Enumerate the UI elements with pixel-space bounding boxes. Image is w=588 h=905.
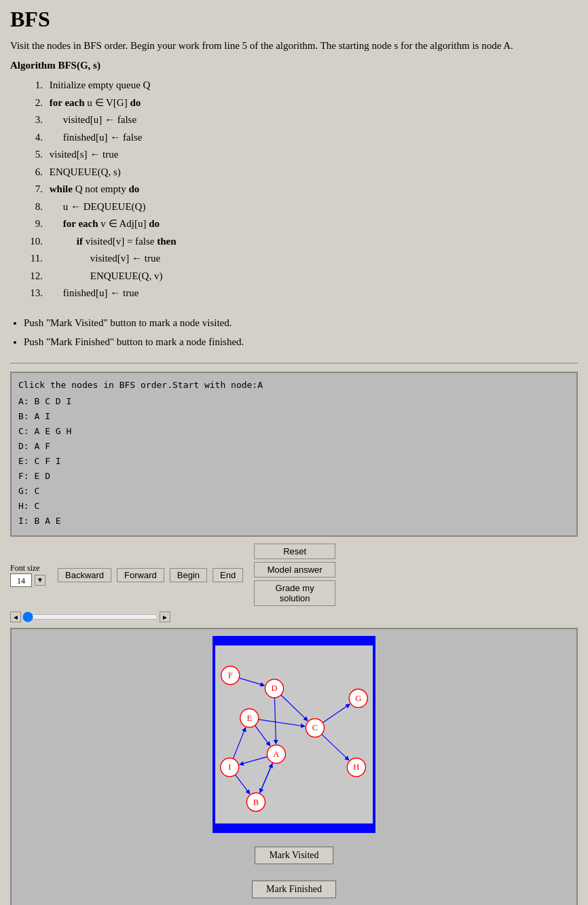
- mark-visited-button[interactable]: Mark Visited: [255, 847, 333, 864]
- svg-line-1: [239, 678, 264, 686]
- algo-line-8: 8. u ← DEQUEUE(Q): [24, 198, 578, 216]
- svg-line-8: [240, 757, 268, 764]
- graph-container[interactable]: FDGECAIHB: [213, 636, 375, 833]
- svg-line-5: [255, 726, 270, 746]
- model-answer-button[interactable]: Model answer: [254, 562, 335, 578]
- mark-finished-button[interactable]: Mark Finished: [252, 881, 336, 898]
- bullets-list: Push "Mark Visited" button to mark a nod…: [10, 313, 578, 352]
- graph-svg: FDGECAIHB: [215, 639, 373, 830]
- svg-line-11: [233, 728, 245, 760]
- grade-button[interactable]: Grade my solution: [254, 580, 335, 606]
- action-buttons: Reset Model answer Grade my solution: [254, 544, 335, 606]
- algo-line-2: 2. for each u ∈ V[G] do: [24, 94, 578, 112]
- page-title: BFS: [10, 7, 578, 32]
- reset-button[interactable]: Reset: [254, 544, 335, 559]
- intro-text: Visit the nodes in BFS order. Begin your…: [10, 40, 578, 52]
- svg-text:A: A: [273, 749, 279, 759]
- svg-line-2: [274, 698, 276, 744]
- svg-text:H: H: [353, 763, 359, 773]
- algo-title: Algorithm BFS(G, s): [10, 60, 578, 71]
- bullet-1: Push "Mark Visited" button to mark a nod…: [24, 313, 578, 333]
- svg-line-12: [259, 764, 272, 794]
- bullet-2: Push "Mark Finished" button to mark a no…: [24, 332, 578, 352]
- svg-text:D: D: [271, 684, 277, 694]
- algo-line-4: 4. finished[u] ← false: [24, 129, 578, 147]
- progress-slider[interactable]: [22, 612, 158, 622]
- info-panel: Click the nodes in BFS order.Start with …: [10, 372, 578, 537]
- graph-panel: FDGECAIHB Mark Visited Mark Finished: [10, 628, 578, 905]
- backward-button[interactable]: Backward: [58, 568, 111, 582]
- svg-text:G: G: [355, 694, 361, 703]
- svg-line-3: [281, 695, 308, 721]
- font-size-value: 14: [10, 573, 32, 587]
- svg-text:E: E: [246, 713, 252, 723]
- svg-text:I: I: [228, 763, 231, 773]
- svg-text:F: F: [228, 671, 233, 680]
- svg-line-7: [322, 734, 349, 760]
- controls-row: Font size 14 ▼ Backward Forward Begin En…: [10, 544, 578, 606]
- svg-line-10: [235, 775, 249, 794]
- panel-header: Click the nodes in BFS order.Start with …: [18, 380, 570, 390]
- end-button[interactable]: End: [213, 568, 243, 582]
- algo-line-1: 1. Initialize empty queue Q: [24, 77, 578, 94]
- svg-line-4: [259, 720, 305, 726]
- algo-line-6: 6. ENQUEUE(Q, s): [24, 164, 578, 181]
- svg-line-6: [323, 705, 350, 723]
- algo-line-12: 12. ENQUEUE(Q, v): [24, 268, 578, 285]
- algo-line-9: 9. for each v ∈ Adj[u] do: [24, 215, 578, 233]
- algorithm: 1. Initialize empty queue Q 2. for each …: [24, 77, 578, 302]
- svg-text:B: B: [253, 798, 259, 807]
- algo-line-10: 10. if visited[v] = false then: [24, 233, 578, 251]
- svg-text:C: C: [312, 724, 318, 733]
- font-size-group: Font size 14 ▼: [10, 563, 45, 587]
- slider-left-arrow[interactable]: ◄: [10, 611, 21, 622]
- font-size-down-arrow[interactable]: ▼: [35, 575, 45, 586]
- algo-line-13: 13. finished[u] ← true: [24, 285, 578, 302]
- forward-button[interactable]: Forward: [117, 568, 164, 582]
- begin-button[interactable]: Begin: [170, 568, 207, 582]
- algo-line-5: 5. visited[s] ← true: [24, 146, 578, 164]
- font-size-label: Font size: [10, 563, 40, 573]
- adjacency-list: A: B C D IB: A IC: A E G HD: A FE: C F I…: [18, 394, 570, 529]
- algo-line-3: 3. visited[u] ← false: [24, 111, 578, 129]
- slider-right-arrow[interactable]: ►: [160, 611, 170, 622]
- slider-row: ◄ ►: [10, 611, 578, 622]
- algo-line-11: 11. visited[v] ← true: [24, 250, 578, 268]
- algo-line-7: 7. while Q not empty do: [24, 181, 578, 198]
- divider: [10, 363, 578, 363]
